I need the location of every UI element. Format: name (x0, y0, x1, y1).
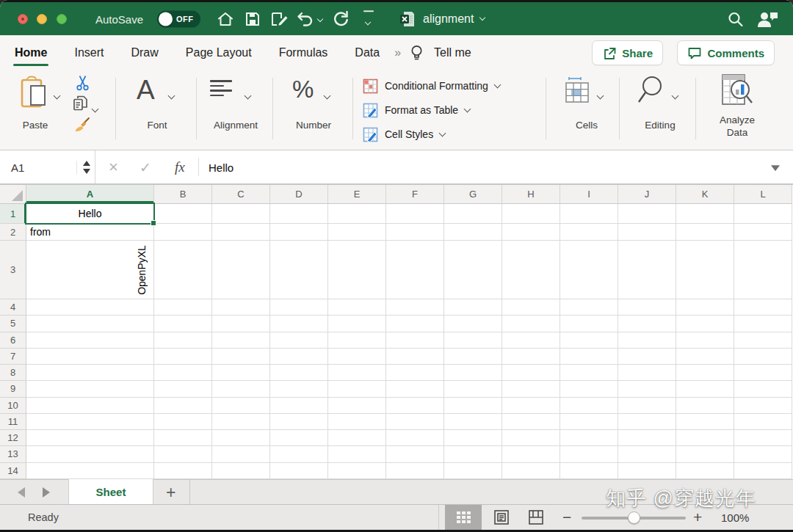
cell-E14[interactable] (328, 463, 386, 479)
cut-icon[interactable] (75, 75, 90, 91)
zoom-window-button[interactable] (57, 14, 67, 24)
cell-B13[interactable] (154, 446, 212, 462)
cell-styles-button[interactable]: Cell Styles (363, 125, 445, 143)
row-header-8[interactable]: 8 (0, 365, 26, 381)
cell-I4[interactable] (560, 299, 618, 316)
share-button[interactable]: Share (592, 40, 663, 65)
save-icon[interactable] (245, 11, 261, 27)
cell-H12[interactable] (502, 430, 560, 446)
cell-J13[interactable] (618, 446, 676, 462)
cell-L12[interactable] (734, 430, 792, 446)
column-header-H[interactable]: H (502, 185, 560, 204)
cell-J5[interactable] (618, 316, 676, 332)
cell-A3-rotated-text[interactable]: OpenPyXL (134, 241, 149, 299)
save-as-icon[interactable] (270, 10, 289, 28)
cell-G10[interactable] (444, 398, 502, 414)
cell-I7[interactable] (560, 349, 618, 365)
confirm-entry-icon[interactable]: ✓ (140, 158, 151, 175)
cell-K4[interactable] (676, 299, 734, 316)
cell-G2[interactable] (444, 224, 502, 241)
conditional-formatting-button[interactable]: Conditional Formatting (363, 77, 500, 95)
cell-B11[interactable] (154, 414, 212, 430)
cell-J3[interactable] (618, 241, 676, 299)
formula-input[interactable]: Hello (209, 161, 233, 173)
cell-F4[interactable] (386, 299, 444, 316)
cell-I1[interactable] (560, 204, 618, 224)
cell-D8[interactable] (270, 365, 328, 381)
tell-me-button[interactable]: Tell me (434, 46, 471, 59)
row-header-12[interactable]: 12 (0, 430, 26, 446)
cell-G6[interactable] (444, 332, 502, 349)
paste-label[interactable]: Paste (19, 120, 51, 131)
cell-F6[interactable] (386, 332, 444, 349)
cell-G3[interactable] (444, 241, 502, 299)
cell-J14[interactable] (618, 463, 676, 479)
column-header-I[interactable]: I (560, 185, 618, 204)
cell-K7[interactable] (676, 349, 734, 365)
cell-F11[interactable] (386, 414, 444, 430)
cell-L7[interactable] (734, 349, 792, 365)
cell-F2[interactable] (386, 224, 444, 241)
cell-B12[interactable] (154, 430, 212, 446)
cell-F14[interactable] (386, 463, 444, 479)
cell-B8[interactable] (154, 365, 212, 381)
add-sheet-button[interactable]: + (166, 485, 175, 500)
cell-I9[interactable] (560, 381, 618, 397)
search-icon[interactable] (727, 10, 744, 27)
cell-G14[interactable] (444, 463, 502, 479)
cell-E1[interactable] (328, 204, 386, 224)
cell-K1[interactable] (676, 204, 734, 224)
cell-L3[interactable] (734, 241, 792, 299)
cell-L5[interactable] (734, 316, 792, 332)
cell-F12[interactable] (386, 430, 444, 446)
row-header-14[interactable]: 14 (0, 463, 26, 479)
copy-icon[interactable] (72, 95, 90, 112)
row-header-1[interactable]: 1 (0, 204, 26, 224)
zoom-in-button[interactable]: + (693, 509, 702, 526)
cell-D2[interactable] (270, 224, 328, 241)
editing-magnifier-icon[interactable] (637, 75, 667, 106)
cell-G5[interactable] (444, 316, 502, 332)
cell-J8[interactable] (618, 365, 676, 381)
tab-insert[interactable]: Insert (74, 35, 104, 70)
cell-I12[interactable] (560, 430, 618, 446)
zoom-out-button[interactable]: − (562, 509, 571, 526)
cell-K6[interactable] (676, 332, 734, 349)
cell-E4[interactable] (328, 299, 386, 316)
fill-handle[interactable] (151, 220, 156, 226)
page-break-view-button[interactable] (519, 505, 553, 530)
cell-I13[interactable] (560, 446, 618, 462)
tab-draw[interactable]: Draw (131, 35, 158, 70)
cell-D10[interactable] (270, 398, 328, 414)
undo-icon[interactable] (296, 10, 314, 28)
cell-K11[interactable] (676, 414, 734, 430)
cell-F5[interactable] (386, 316, 444, 332)
cell-C1[interactable] (212, 204, 270, 224)
column-header-J[interactable]: J (618, 185, 676, 204)
cell-L10[interactable] (734, 398, 792, 414)
comments-button[interactable]: Comments (677, 40, 775, 65)
cell-K9[interactable] (676, 381, 734, 397)
cell-B6[interactable] (154, 332, 212, 349)
column-header-E[interactable]: E (328, 185, 386, 204)
cell-A2[interactable]: from (26, 224, 154, 241)
cell-E13[interactable] (328, 446, 386, 462)
cell-E8[interactable] (328, 365, 386, 381)
cell-K2[interactable] (676, 224, 734, 241)
cell-B5[interactable] (154, 316, 212, 332)
cell-K13[interactable] (676, 446, 734, 462)
font-big-a-icon[interactable]: A (137, 76, 155, 105)
cell-G13[interactable] (444, 446, 502, 462)
select-all-corner[interactable] (0, 185, 26, 204)
cell-B14[interactable] (154, 463, 212, 479)
cell-L11[interactable] (734, 414, 792, 430)
stepper-down-icon[interactable] (83, 169, 90, 174)
cell-E2[interactable] (328, 224, 386, 241)
tab-home[interactable]: Home (15, 35, 47, 70)
copy-chevron-icon[interactable] (93, 101, 98, 114)
cell-J9[interactable] (618, 381, 676, 397)
cell-K10[interactable] (676, 398, 734, 414)
cell-F8[interactable] (386, 365, 444, 381)
column-header-D[interactable]: D (270, 185, 328, 204)
undo-menu-chevron-icon[interactable] (318, 11, 322, 24)
